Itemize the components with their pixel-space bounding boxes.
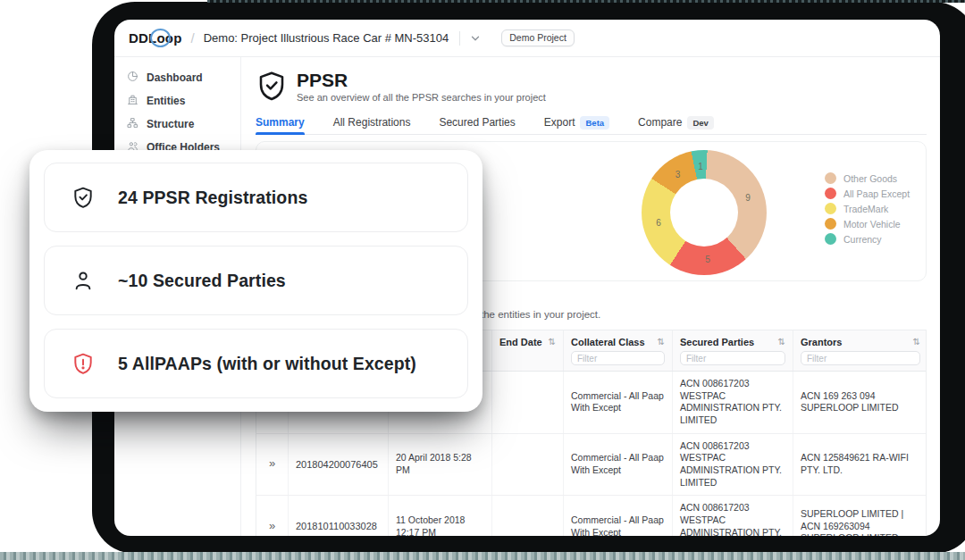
legend-label: Currency [843,234,882,245]
sort-icon[interactable]: ⇅ [913,337,920,347]
tab-bar: SummaryAll RegistrationsSecured PartiesE… [256,111,927,135]
table-row[interactable]: »20180420007640520 April 2018 5:28 PMCom… [256,434,926,497]
sort-icon[interactable]: ⇅ [658,337,665,347]
cell-end-date [492,434,564,496]
tab-label: Secured Parties [439,116,515,129]
summary-overlay-card: 24 PPSR Registrations~10 Secured Parties… [29,150,482,412]
legend-item-currency[interactable]: Currency [825,231,910,247]
tab-summary[interactable]: Summary [256,111,305,134]
filter-input-grantors[interactable] [801,351,920,365]
cell-grantors: ACN 169 263 094 SUPERLOOP LIMITED [793,372,927,433]
legend-swatch-icon [825,172,836,184]
legend-item-all-paap-except[interactable]: All Paap Except [825,186,910,201]
legend-swatch-icon [825,233,836,245]
cell-grantors: SUPERLOOP LIMITED | ACN 169263094 SUPERL… [793,496,927,536]
column-header-end-date: End Date⇅ [492,330,564,371]
legend-swatch-icon [825,203,836,214]
tab-compare[interactable]: CompareDev [638,111,714,134]
demo-project-badge: Demo Project [501,29,575,46]
legend-item-other-goods[interactable]: Other Goods [825,171,910,186]
project-title: Demo: Project Illustrious Race Car # MN-… [204,31,449,45]
slice-value-label: 1 [698,162,703,171]
tab-secured-parties[interactable]: Secured Parties [439,111,515,134]
tab-label: Summary [256,116,305,129]
person-icon [71,269,95,292]
sidebar-item-label: Dashboard [147,71,203,84]
entities-icon [127,94,138,108]
column-label: Collateral Class [571,337,645,347]
column-header-secured-parties: Secured Parties⇅ [673,330,793,371]
cell-end-date [492,496,564,536]
section-note: the entities in your project. [481,309,927,320]
cell-start-date: 20 April 2018 5:28 PM [389,434,492,496]
column-label: End Date [499,337,542,347]
tab-label: Export [544,116,575,129]
cell-end-date [492,372,564,433]
stat-text: 24 PPSR Registrations [118,188,307,208]
cell-secured-parties: ACN 008617203 WESTPAC ADMINISTRATION PTY… [673,496,793,536]
column-label: Grantors [801,337,842,347]
page-subtitle: See an overview of all the PPSR searches… [297,92,546,103]
legend-label: Other Goods [843,173,897,184]
legend-item-motor-vehicle[interactable]: Motor Vehicle [825,216,910,231]
divider [459,31,460,46]
app-logo[interactable]: DDLoop [129,30,182,46]
cell-registration-number: 201810110033028 [289,496,389,536]
shield-check-icon [256,70,288,102]
column-header-grantors: Grantors⇅ [793,330,927,371]
decorative-strip-bottom [0,552,965,560]
expand-row-icon[interactable]: » [256,496,289,536]
stat-text: ~10 Secured Parties [118,271,286,291]
legend-swatch-icon [825,218,836,230]
cell-start-date: 11 October 2018 12:17 PM [389,496,492,536]
expand-row-icon[interactable]: » [256,434,289,496]
slice-value-label: 5 [705,254,710,263]
page: DDLoop / Demo: Project Illustrious Race … [0,0,965,560]
chevron-down-icon[interactable] [469,32,482,45]
slice-value-label: 6 [656,217,661,227]
sort-icon[interactable]: ⇅ [549,337,556,347]
stat-text: 5 AllPAAPs (with or without Except) [118,354,416,374]
donut-chart[interactable]: 95631 [642,150,767,275]
breadcrumb-separator: / [191,30,195,46]
stat-card[interactable]: ~10 Secured Parties [44,246,468,315]
cell-secured-parties: ACN 008617203 WESTPAC ADMINISTRATION PTY… [673,434,793,496]
cell-collateral-class: Commercial - All Paap With Except [564,434,673,496]
shield-check-icon [71,186,95,209]
table-row[interactable]: »20181011003302811 October 2018 12:17 PM… [256,496,926,536]
sidebar-item-entities[interactable]: Entities [114,89,240,113]
filter-input-secured-parties[interactable] [680,351,785,365]
page-header: PPSR See an overview of all the PPSR sea… [256,70,927,103]
sidebar-item-structure[interactable]: Structure [114,113,240,136]
tab-badge: Beta [580,116,609,130]
slice-value-label: 3 [676,170,681,180]
column-header-collateral-class: Collateral Class⇅ [564,330,673,371]
shield-alert-icon [71,352,95,375]
chart-legend: Other GoodsAll Paap ExceptTradeMarkMotor… [825,171,910,247]
tab-all-registrations[interactable]: All Registrations [333,111,411,134]
sort-icon[interactable]: ⇅ [778,337,785,347]
cell-secured-parties: ACN 008617203 WESTPAC ADMINISTRATION PTY… [673,372,793,433]
tab-export[interactable]: ExportBeta [544,111,609,134]
cell-grantors: ACN 125849621 RA-WIFI PTY. LTD. [793,434,927,496]
stat-card[interactable]: 5 AllPAAPs (with or without Except) [44,329,468,398]
slice-value-label: 9 [745,192,751,202]
legend-label: All Paap Except [843,188,910,199]
decorative-strip-top [207,0,965,3]
tab-badge: Dev [687,116,713,130]
stat-card[interactable]: 24 PPSR Registrations [44,163,468,232]
legend-label: TradeMark [843,204,888,214]
legend-swatch-icon [825,188,836,199]
sidebar-item-label: Structure [147,118,194,130]
sidebar-item-dashboard[interactable]: Dashboard [114,66,240,89]
dashboard-icon [127,71,138,85]
tab-label: All Registrations [333,116,411,129]
cell-collateral-class: Commercial - All Paap With Except [564,372,673,433]
page-title: PPSR [297,70,546,90]
legend-label: Motor Vehicle [843,219,901,230]
tab-label: Compare [638,116,682,129]
logo-text: DDLoop [129,30,182,46]
filter-input-collateral-class[interactable] [571,351,665,365]
sidebar-item-label: Entities [147,95,185,107]
legend-item-trademark[interactable]: TradeMark [825,201,910,216]
